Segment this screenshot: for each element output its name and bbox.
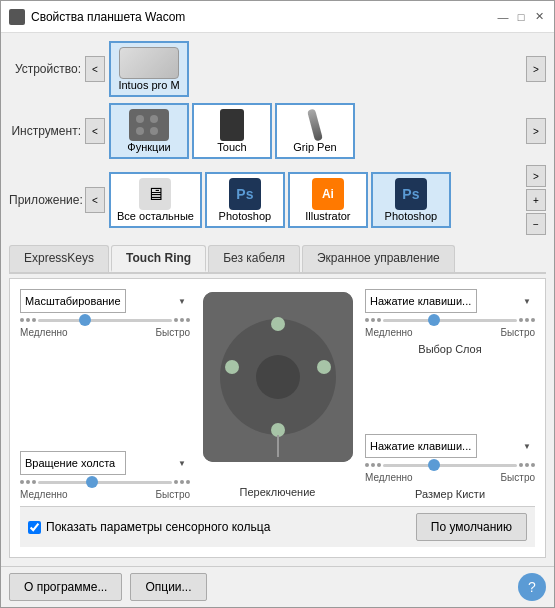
device-item-intuos[interactable]: Intuos pro M: [109, 41, 189, 97]
app-nav-left[interactable]: <: [85, 187, 105, 213]
maximize-button[interactable]: □: [514, 10, 528, 24]
slider-thumb-top-left[interactable]: [79, 314, 91, 326]
center-switch-label: Переключение: [240, 486, 316, 498]
slider-dot-br-1: [365, 463, 369, 467]
ring-svg: [203, 292, 353, 462]
device-row: Устройство: < Intuos pro M >: [9, 41, 546, 97]
ring-visual: [203, 292, 353, 462]
dropdown-wrapper-bottom-left: Вращение холстаПрокруткаМасштабирование: [20, 451, 190, 475]
ring-right-column: Нажатие клавиши...ПрокруткаМасштабирован…: [365, 289, 535, 500]
app-item-label-0: Все остальные: [117, 210, 194, 222]
control-group-bottom-right: Нажатие клавиши...ПрокруткаМасштабирован…: [365, 434, 535, 500]
photoshop1-icon: Ps: [229, 178, 261, 210]
slider-dot-bl-5: [180, 480, 184, 484]
help-button[interactable]: ?: [518, 573, 546, 601]
close-button[interactable]: ✕: [532, 10, 546, 24]
dropdown-bottom-right[interactable]: Нажатие клавиши...ПрокруткаМасштабирован…: [365, 434, 477, 458]
minimize-button[interactable]: —: [496, 10, 510, 24]
tool-nav-right[interactable]: >: [526, 118, 546, 144]
slider-track-bottom-right[interactable]: [383, 464, 517, 467]
tool-item-funkcii[interactable]: Функции: [109, 103, 189, 159]
options-button[interactable]: Опции...: [130, 573, 206, 601]
title-bar: Свойства планшета Wacom — □ ✕: [1, 1, 554, 33]
tab-screen-control[interactable]: Экранное управление: [302, 245, 455, 272]
slider-dot-tr-2: [371, 318, 375, 322]
slider-dot-br-3: [377, 463, 381, 467]
slider-dot-tl-6: [186, 318, 190, 322]
app-item-illustrator[interactable]: Ai Illustrator: [288, 172, 368, 228]
slider-dot-tr-4: [519, 318, 523, 322]
device-nav-right[interactable]: >: [526, 56, 546, 82]
slider-dot-bl-1: [20, 480, 24, 484]
tool-area: Функции Touch Grip Pen: [109, 103, 522, 159]
app-item-all[interactable]: 🖥 Все остальные: [109, 172, 202, 228]
app-area: 🖥 Все остальные Ps Photoshop Ai Illustra…: [109, 172, 522, 228]
tab-bez-kabelya[interactable]: Без кабеля: [208, 245, 300, 272]
slider-dot-tr-1: [365, 318, 369, 322]
device-item-label: Intuos pro M: [118, 79, 179, 91]
app-nav-right-btns: > + −: [526, 165, 546, 235]
dropdown-bottom-left[interactable]: Вращение холстаПрокруткаМасштабирование: [20, 451, 126, 475]
slider-dot-br-5: [525, 463, 529, 467]
all-apps-icon: 🖥: [139, 178, 171, 210]
slider-thumb-bottom-right[interactable]: [428, 459, 440, 471]
tab-expresskeys[interactable]: ExpressKeys: [9, 245, 109, 272]
slider-dot-tl-5: [180, 318, 184, 322]
slider-label-slow-tr: Медленно: [365, 327, 413, 338]
device-label: Устройство:: [9, 62, 81, 76]
tool-item-label-1: Touch: [217, 141, 246, 153]
touch-icon: [220, 109, 244, 141]
slider-track-top-right[interactable]: [383, 319, 517, 322]
dropdown-wrapper-top-left: МасштабированиеПрокруткаВращениеВправо: [20, 289, 190, 313]
ring-left-column: МасштабированиеПрокруткаВращениеВправо: [20, 289, 190, 500]
funkcii-icon: [129, 109, 169, 141]
tool-nav-left[interactable]: <: [85, 118, 105, 144]
app-remove-btn[interactable]: −: [526, 213, 546, 235]
show-ring-params-checkbox[interactable]: [28, 521, 41, 534]
slider-thumb-top-right[interactable]: [428, 314, 440, 326]
slider-row-bottom-left: [20, 478, 190, 486]
slider-dot-tr-5: [525, 318, 529, 322]
slider-dot-tl-4: [174, 318, 178, 322]
slider-label-fast-bl: Быстро: [156, 489, 190, 500]
slider-dot-bl-4: [174, 480, 178, 484]
slider-dot-tr-3: [377, 318, 381, 322]
slider-label-fast-br: Быстро: [501, 472, 535, 483]
app-nav-right[interactable]: >: [526, 165, 546, 187]
slider-labels-bottom-right: Медленно Быстро: [365, 472, 535, 483]
dropdown-top-left[interactable]: МасштабированиеПрокруткаВращениеВправо: [20, 289, 126, 313]
title-controls: — □ ✕: [496, 10, 546, 24]
tab-content-touch-ring: МасштабированиеПрокруткаВращениеВправо: [9, 278, 546, 558]
ring-center: Переключение: [200, 289, 355, 500]
slider-labels-top-left: Медленно Быстро: [20, 327, 190, 338]
app-item-photoshop2[interactable]: Ps Photoshop: [371, 172, 451, 228]
slider-dot-br-4: [519, 463, 523, 467]
device-nav-left[interactable]: <: [85, 56, 105, 82]
footer-left: О программе... Опции...: [9, 573, 207, 601]
slider-track-top-left[interactable]: [38, 319, 172, 322]
slider-track-bottom-left[interactable]: [38, 481, 172, 484]
app-item-label-3: Photoshop: [385, 210, 438, 222]
window-title: Свойства планшета Wacom: [31, 10, 185, 24]
slider-label-fast-tr: Быстро: [501, 327, 535, 338]
slider-dot-bl-2: [26, 480, 30, 484]
slider-thumb-bottom-left[interactable]: [86, 476, 98, 488]
tab-touch-ring[interactable]: Touch Ring: [111, 245, 206, 272]
main-content: Устройство: < Intuos pro M > Инструмент:…: [1, 33, 554, 566]
control-group-top-left: МасштабированиеПрокруткаВращениеВправо: [20, 289, 190, 338]
tool-item-grippen[interactable]: Grip Pen: [275, 103, 355, 159]
tool-item-touch[interactable]: Touch: [192, 103, 272, 159]
about-button[interactable]: О программе...: [9, 573, 122, 601]
app-item-photoshop1[interactable]: Ps Photoshop: [205, 172, 285, 228]
slider-labels-top-right: Медленно Быстро: [365, 327, 535, 338]
app-label: Приложение:: [9, 193, 81, 207]
bottom-options-bar: Показать параметры сенсорного кольца По …: [20, 506, 535, 547]
svg-point-2: [136, 127, 144, 135]
dropdown-wrapper-bottom-right: Нажатие клавиши...ПрокруткаМасштабирован…: [365, 434, 535, 458]
tool-item-label-2: Grip Pen: [293, 141, 336, 153]
dropdown-top-right[interactable]: Нажатие клавиши...ПрокруткаМасштабирован…: [365, 289, 477, 313]
app-item-label-1: Photoshop: [219, 210, 272, 222]
app-add-btn[interactable]: +: [526, 189, 546, 211]
default-button[interactable]: По умолчанию: [416, 513, 527, 541]
slider-dot-tr-6: [531, 318, 535, 322]
